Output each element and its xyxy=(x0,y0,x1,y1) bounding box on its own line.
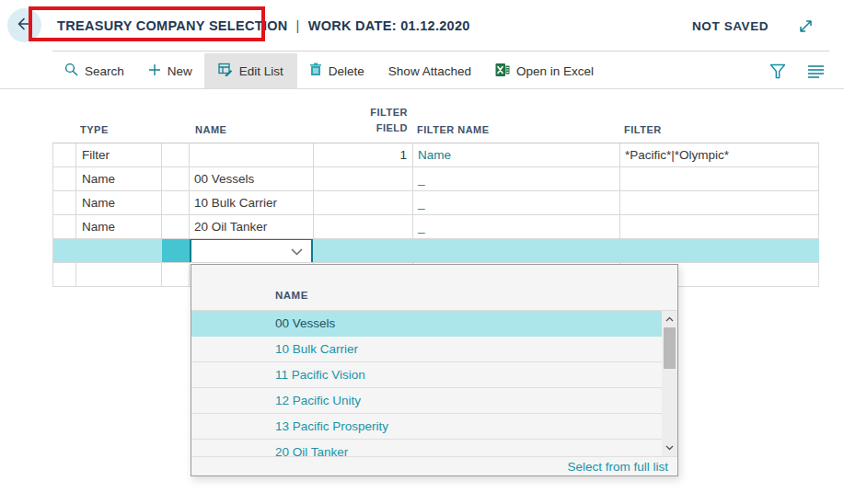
new-button[interactable]: New xyxy=(136,53,204,88)
column-header-type[interactable]: TYPE xyxy=(80,124,109,135)
dropdown-item[interactable]: 20 Oil Tanker xyxy=(191,440,662,456)
dropdown-item[interactable]: 13 Pacific Prosperity xyxy=(191,414,662,440)
scroll-down-icon[interactable] xyxy=(662,441,677,454)
cell-name[interactable]: 10 Bulk Carrier xyxy=(190,191,314,214)
select-from-full-list-link[interactable]: Select from full list xyxy=(567,460,668,474)
work-date: WORK DATE: 01.12.2020 xyxy=(308,18,470,33)
cell-indicator[interactable] xyxy=(162,263,190,286)
cell-name[interactable]: 20 Oil Tanker xyxy=(190,215,314,238)
edit-list-label: Edit List xyxy=(239,64,283,78)
cell-filter[interactable] xyxy=(620,191,819,214)
column-header-name[interactable]: NAME xyxy=(195,124,226,135)
toolbar-right-icons xyxy=(764,53,829,88)
grid-column-headers: TYPE NAME FILTER FIELD FILTER NAME FILTE… xyxy=(52,89,819,143)
excel-icon xyxy=(495,63,510,80)
row-selector-cell[interactable] xyxy=(53,215,76,238)
column-header-filter[interactable]: FILTER xyxy=(624,124,662,135)
cell-active-indicator[interactable] xyxy=(162,239,190,262)
cell-name[interactable]: 00 Vessels xyxy=(190,167,314,190)
cell-filter-name-link[interactable]: Name xyxy=(413,143,620,166)
cell-type[interactable] xyxy=(76,239,162,262)
delete-button[interactable]: Delete xyxy=(297,53,376,88)
action-toolbar: Search New Edit List Delete Show Attache… xyxy=(52,53,829,88)
scroll-up-icon[interactable] xyxy=(662,313,677,326)
cell-indicator[interactable] xyxy=(162,215,190,238)
dropdown-scrollbar[interactable] xyxy=(662,311,677,456)
cell-filter-field[interactable] xyxy=(314,215,413,238)
cell-filter-name[interactable] xyxy=(413,239,620,262)
column-header-filter-field[interactable]: FILTER FIELD xyxy=(362,105,408,135)
cell-indicator[interactable] xyxy=(162,191,190,214)
dropdown-item[interactable]: 11 Pacific Vision xyxy=(191,362,662,388)
column-header-filter-name[interactable]: FILTER NAME xyxy=(417,124,490,135)
scrollbar-thumb[interactable] xyxy=(664,327,676,369)
expand-icon[interactable] xyxy=(797,17,815,35)
page-title: TREASURY COMPANY SELECTION xyxy=(57,18,288,33)
name-dropdown-panel: NAME 00 Vessels 10 Bulk Carrier 11 Pacif… xyxy=(191,264,678,476)
treasury-company-selection-page: TREASURY COMPANY SELECTION | WORK DATE: … xyxy=(0,0,844,504)
table-row: Name 20 Oil Tanker _ xyxy=(53,215,819,239)
row-selector-cell[interactable] xyxy=(53,263,76,286)
new-label: New xyxy=(168,64,192,78)
search-label: Search xyxy=(85,64,124,78)
edit-list-icon xyxy=(218,63,233,79)
cell-filter[interactable] xyxy=(620,167,819,190)
cell-filter-field[interactable] xyxy=(314,167,413,190)
dropdown-footer: Select from full list xyxy=(191,457,677,475)
cell-filter[interactable]: *Pacific*|*Olympic* xyxy=(620,143,819,166)
cell-type[interactable] xyxy=(76,263,162,286)
dropdown-body: 00 Vessels 10 Bulk Carrier 11 Pacific Vi… xyxy=(191,311,677,457)
title-separator: | xyxy=(296,18,300,33)
show-attached-button[interactable]: Show Attached xyxy=(376,53,483,88)
row-selector-cell[interactable] xyxy=(53,191,76,214)
cell-filter[interactable] xyxy=(620,215,819,238)
cell-filter-name-link[interactable]: _ xyxy=(413,167,620,190)
cell-type[interactable]: Filter xyxy=(76,143,162,166)
open-in-excel-label: Open in Excel xyxy=(516,64,594,78)
dropdown-item[interactable]: 00 Vessels xyxy=(191,311,662,337)
cell-indicator[interactable] xyxy=(162,143,190,166)
table-row-filter: Filter 1 Name *Pacific*|*Olympic* xyxy=(53,143,819,167)
cell-indicator[interactable] xyxy=(162,167,190,190)
back-button[interactable] xyxy=(7,8,41,42)
cell-filter-field[interactable] xyxy=(314,191,413,214)
trash-icon xyxy=(309,63,322,79)
cell-type[interactable]: Name xyxy=(76,215,162,238)
show-attached-label: Show Attached xyxy=(388,64,471,78)
cell-filter-field[interactable]: 1 xyxy=(314,143,413,166)
save-status-badge: NOT SAVED xyxy=(692,0,769,52)
dropdown-column-header: NAME xyxy=(191,265,677,311)
table-row: Name 00 Vessels _ xyxy=(53,167,819,191)
titlebar-divider xyxy=(52,51,829,52)
chevron-down-icon xyxy=(291,240,303,263)
name-combobox[interactable] xyxy=(190,239,313,262)
dropdown-item[interactable]: 10 Bulk Carrier xyxy=(191,337,662,362)
search-button[interactable]: Search xyxy=(52,53,136,88)
list-options-icon[interactable] xyxy=(802,57,829,85)
delete-label: Delete xyxy=(329,64,364,78)
table-row: Name 10 Bulk Carrier _ xyxy=(53,191,819,215)
edit-list-button[interactable]: Edit List xyxy=(204,53,297,88)
cell-type[interactable]: Name xyxy=(76,167,162,190)
cell-type[interactable]: Name xyxy=(76,191,162,214)
row-selector-cell[interactable] xyxy=(53,239,76,262)
open-in-excel-button[interactable]: Open in Excel xyxy=(483,53,606,88)
plus-icon xyxy=(148,63,161,79)
cell-filter-field[interactable] xyxy=(314,239,413,262)
cell-name[interactable] xyxy=(190,239,314,262)
cell-filter-name-link[interactable]: _ xyxy=(413,215,620,238)
table-row-selected xyxy=(53,239,819,263)
row-selector-cell[interactable] xyxy=(53,167,76,190)
dropdown-item[interactable]: 12 Pacific Unity xyxy=(191,388,662,414)
page-title-bar: TREASURY COMPANY SELECTION | WORK DATE: … xyxy=(57,0,470,52)
dropdown-item-list: 00 Vessels 10 Bulk Carrier 11 Pacific Vi… xyxy=(191,311,662,456)
filter-funnel-icon[interactable] xyxy=(764,57,792,85)
search-icon xyxy=(64,63,78,79)
back-arrow-icon xyxy=(16,15,34,37)
cell-name[interactable] xyxy=(190,143,314,166)
cell-filter-name-link[interactable]: _ xyxy=(413,191,620,214)
cell-filter[interactable] xyxy=(620,239,819,262)
row-selector-cell[interactable] xyxy=(53,143,76,166)
